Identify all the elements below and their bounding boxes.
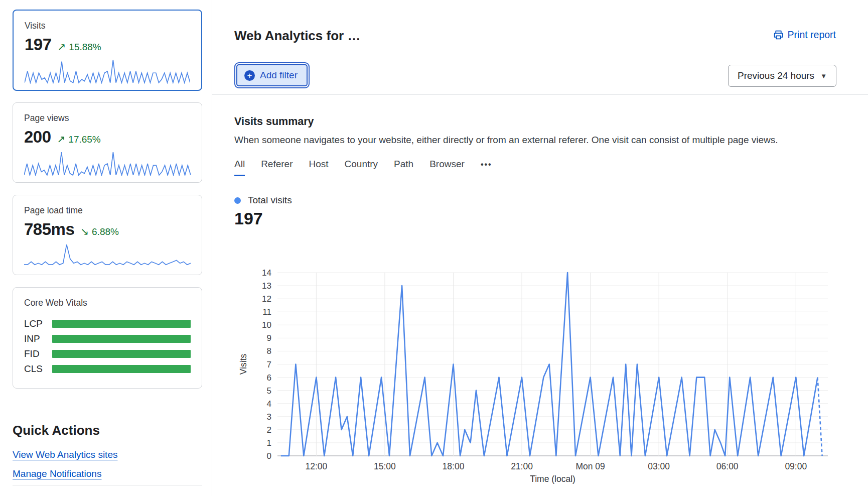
svg-text:Mon 09: Mon 09 <box>575 461 605 471</box>
print-report-label: Print report <box>788 29 836 41</box>
svg-text:8: 8 <box>267 346 271 356</box>
loadtime-sparkline <box>24 242 191 269</box>
svg-text:7: 7 <box>267 360 271 369</box>
svg-text:06:00: 06:00 <box>716 461 739 471</box>
cwv-good-bar <box>52 365 191 373</box>
metric-label: Page views <box>24 113 191 123</box>
cwv-row: CLS <box>24 361 191 377</box>
svg-text:09:00: 09:00 <box>785 461 807 471</box>
time-range-dropdown[interactable]: Previous 24 hours ▼ <box>728 65 836 87</box>
core-web-vitals-title: Core Web Vitals <box>24 298 191 308</box>
dimension-tabs: All Referer Host Country Path Browser ••… <box>234 159 492 176</box>
plus-icon: + <box>244 70 255 81</box>
svg-text:9: 9 <box>267 333 271 343</box>
legend-dot-icon <box>234 197 241 204</box>
trend-percent: 6.88% <box>92 226 119 237</box>
add-filter-label: Add filter <box>260 70 298 81</box>
more-tabs-ellipsis-icon[interactable]: ••• <box>481 159 492 176</box>
metric-card-pageviews[interactable]: Page views 200 ↗ 17.65% <box>13 102 202 183</box>
cwv-good-bar <box>52 350 191 358</box>
view-web-analytics-sites-link[interactable]: View Web Analytics sites <box>13 449 117 460</box>
cwv-good-bar <box>52 320 191 328</box>
trend-percent: 17.65% <box>68 134 100 145</box>
svg-text:14: 14 <box>262 268 271 278</box>
quick-actions-title: Quick Actions <box>13 423 100 438</box>
pageviews-sparkline <box>24 150 191 176</box>
svg-text:3: 3 <box>267 412 271 422</box>
page-title: Web Analytics for … <box>234 28 360 44</box>
trend-up-icon: ↗ <box>57 133 66 145</box>
time-range-value: Previous 24 hours <box>738 70 814 81</box>
print-report-link[interactable]: Print report <box>773 29 836 41</box>
visits-summary-title: Visits summary <box>234 115 314 128</box>
core-web-vitals-card[interactable]: Core Web Vitals LCP INP FID CLS <box>13 287 202 389</box>
metric-value: 197 <box>25 35 52 54</box>
svg-text:12: 12 <box>262 294 271 304</box>
metric-value: 785ms <box>24 220 74 239</box>
svg-text:15:00: 15:00 <box>374 461 396 471</box>
svg-text:4: 4 <box>267 399 271 409</box>
cwv-metric-label: FID <box>24 348 52 359</box>
cwv-metric-label: INP <box>24 333 52 344</box>
chevron-down-icon: ▼ <box>820 72 827 80</box>
svg-text:6: 6 <box>267 373 271 383</box>
metric-card-loadtime[interactable]: Page load time 785ms ↘ 6.88% <box>13 195 202 275</box>
trend-indicator: ↘ 6.88% <box>80 225 119 237</box>
trend-indicator: ↗ 15.88% <box>58 41 101 53</box>
tab-country[interactable]: Country <box>345 159 378 176</box>
svg-text:2: 2 <box>267 425 271 435</box>
cwv-metric-label: CLS <box>24 363 52 375</box>
tab-referer[interactable]: Referer <box>261 159 293 176</box>
visits-sparkline <box>25 58 190 84</box>
svg-text:18:00: 18:00 <box>443 461 465 471</box>
svg-text:1: 1 <box>267 438 271 448</box>
svg-text:11: 11 <box>262 307 271 317</box>
svg-text:21:00: 21:00 <box>511 461 533 471</box>
web-analytics-panel: Web Analytics for … Print report + Add f… <box>212 0 868 496</box>
tab-all[interactable]: All <box>234 159 245 176</box>
svg-text:5: 5 <box>267 386 271 396</box>
tab-browser[interactable]: Browser <box>429 159 465 176</box>
cwv-metric-label: LCP <box>24 318 52 329</box>
cwv-row: INP <box>24 331 191 346</box>
core-web-vitals-rows: LCP INP FID CLS <box>24 316 191 377</box>
header-divider <box>212 94 868 95</box>
cwv-row: FID <box>24 346 191 361</box>
svg-text:03:00: 03:00 <box>648 461 670 471</box>
trend-indicator: ↗ 17.65% <box>57 133 101 145</box>
svg-text:Visits: Visits <box>238 354 248 375</box>
svg-text:13: 13 <box>262 281 271 291</box>
tab-path[interactable]: Path <box>394 159 413 176</box>
svg-text:12:00: 12:00 <box>305 461 327 471</box>
trend-down-icon: ↘ <box>80 225 89 237</box>
cwv-good-bar <box>52 335 191 343</box>
sidebar-divider <box>13 485 202 485</box>
trend-up-icon: ↗ <box>58 41 66 53</box>
svg-text:10: 10 <box>262 320 271 330</box>
manage-notifications-link[interactable]: Manage Notifications <box>13 468 101 479</box>
metric-label: Page load time <box>24 205 191 216</box>
metric-value: 200 <box>24 128 51 147</box>
metric-card-visits[interactable]: Visits 197 ↗ 15.88% <box>13 10 202 91</box>
cwv-row: LCP <box>24 316 191 331</box>
chart-legend: Total visits <box>234 195 292 206</box>
tab-host[interactable]: Host <box>309 159 328 176</box>
total-visits-value: 197 <box>234 209 263 228</box>
legend-label: Total visits <box>248 195 292 206</box>
visits-line-chart: 0123456789101112131412:0015:0018:0021:00… <box>221 264 843 489</box>
printer-icon <box>773 30 784 40</box>
add-filter-button[interactable]: + Add filter <box>236 64 308 86</box>
svg-text:0: 0 <box>267 451 271 461</box>
metric-label: Visits <box>25 21 190 31</box>
svg-text:Time (local): Time (local) <box>530 474 575 484</box>
trend-percent: 15.88% <box>69 42 101 53</box>
visits-summary-description: When someone navigates to your website, … <box>234 135 778 146</box>
